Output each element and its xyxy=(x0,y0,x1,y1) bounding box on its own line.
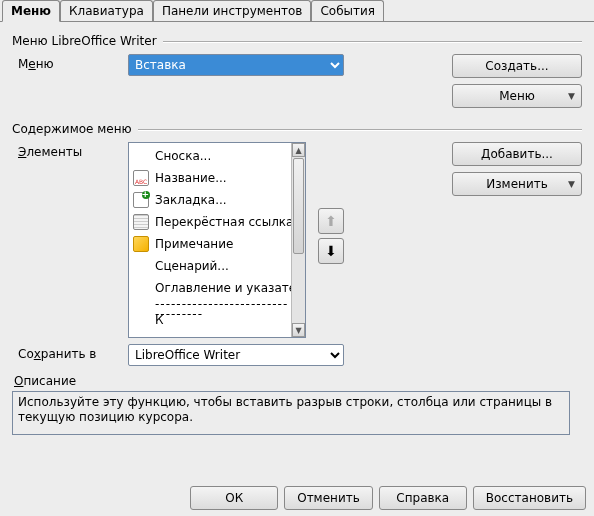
list-item-label: Примечание xyxy=(155,237,233,251)
scroll-down-icon[interactable]: ▼ xyxy=(292,323,305,337)
chevron-down-icon: ▼ xyxy=(568,91,575,101)
tab-bar: Меню Клавиатура Панели инструментов Собы… xyxy=(0,0,594,22)
group-content-title: Содержимое меню xyxy=(12,122,138,136)
caption-icon xyxy=(133,170,149,186)
list-separator[interactable]: ---------------------------------- xyxy=(129,299,291,313)
blank-icon xyxy=(133,258,149,274)
list-item-label: Название... xyxy=(155,171,227,185)
list-item-label: Закладка... xyxy=(155,193,227,207)
menu-select[interactable]: Вставка xyxy=(128,54,344,76)
label-text: лементы xyxy=(26,145,82,159)
group-divider xyxy=(163,41,582,42)
label-text: ранить в xyxy=(41,347,97,361)
scroll-thumb[interactable] xyxy=(293,158,304,254)
label-text: Со xyxy=(18,347,34,361)
bookmark-icon xyxy=(133,192,149,208)
button-label: Меню xyxy=(499,89,535,103)
tab-events[interactable]: События xyxy=(311,0,384,21)
label-description: Описание xyxy=(14,374,582,388)
list-item-label: Оглавление и указатели xyxy=(155,281,306,295)
create-button[interactable]: Создать... xyxy=(452,54,582,78)
list-item[interactable]: К xyxy=(129,313,291,327)
list-item-label: Сценарий... xyxy=(155,259,229,273)
move-down-button[interactable]: ⬇ xyxy=(318,238,344,264)
chevron-down-icon: ▼ xyxy=(568,179,575,189)
blank-icon xyxy=(133,148,149,164)
reset-button[interactable]: Восстановить xyxy=(473,486,586,510)
save-in-select[interactable]: LibreOffice Writer xyxy=(128,344,344,366)
blank-icon xyxy=(133,315,149,325)
list-item-label: К xyxy=(155,313,164,327)
cancel-button[interactable]: Отменить xyxy=(284,486,373,510)
scroll-up-icon[interactable]: ▲ xyxy=(292,143,305,157)
crossref-icon xyxy=(133,214,149,230)
list-item[interactable]: Закладка... xyxy=(129,189,291,211)
group-menu: Меню LibreOffice Writer Меню Вставка Соз… xyxy=(12,34,582,114)
list-item[interactable]: Сноска... xyxy=(129,145,291,167)
list-item[interactable]: Перекрёстная ссылка... xyxy=(129,211,291,233)
help-button[interactable]: Справка xyxy=(379,486,467,510)
list-item-label: Сноска... xyxy=(155,149,211,163)
arrow-down-icon: ⬇ xyxy=(325,243,337,259)
menu-button[interactable]: Меню ▼ xyxy=(452,84,582,108)
dialog-footer: ОК Отменить Справка Восстановить xyxy=(190,486,586,510)
label-text: ню xyxy=(36,57,54,71)
note-icon xyxy=(133,236,149,252)
label-text: писание xyxy=(23,374,76,388)
label-text: М xyxy=(18,57,28,71)
description-field[interactable]: Используйте эту функцию, чтобы вставить … xyxy=(12,391,570,435)
tab-toolbars[interactable]: Панели инструментов xyxy=(153,0,312,21)
button-label: Изменить xyxy=(486,177,548,191)
elements-listbox[interactable]: Сноска... Название... Закладка... xyxy=(128,142,306,338)
ok-button[interactable]: ОК xyxy=(190,486,278,510)
group-menu-title: Меню LibreOffice Writer xyxy=(12,34,163,48)
change-button[interactable]: Изменить ▼ xyxy=(452,172,582,196)
label-save-in: Сохранить в xyxy=(12,344,128,361)
list-item[interactable]: Оглавление и указатели ▶ xyxy=(129,277,291,299)
list-item[interactable]: Название... xyxy=(129,167,291,189)
scrollbar[interactable]: ▲ ▼ xyxy=(291,143,305,337)
tab-panel-menu: Меню LibreOffice Writer Меню Вставка Соз… xyxy=(0,22,594,441)
group-divider xyxy=(138,129,582,130)
label-elements: Элементы xyxy=(12,142,128,159)
move-up-button[interactable]: ⬆ xyxy=(318,208,344,234)
group-content: Содержимое меню Элементы Сноска... xyxy=(12,122,582,366)
label-menu: Меню xyxy=(12,54,128,71)
arrow-up-icon: ⬆ xyxy=(325,213,337,229)
blank-icon xyxy=(133,280,149,296)
list-item[interactable]: Сценарий... xyxy=(129,255,291,277)
list-item-label: Перекрёстная ссылка... xyxy=(155,215,305,229)
list-item[interactable]: Примечание xyxy=(129,233,291,255)
tab-menu[interactable]: Меню xyxy=(2,0,60,22)
add-button[interactable]: Добавить... xyxy=(452,142,582,166)
label-accel: е xyxy=(28,57,35,71)
tab-keyboard[interactable]: Клавиатура xyxy=(60,0,153,21)
label-accel: х xyxy=(34,347,41,361)
